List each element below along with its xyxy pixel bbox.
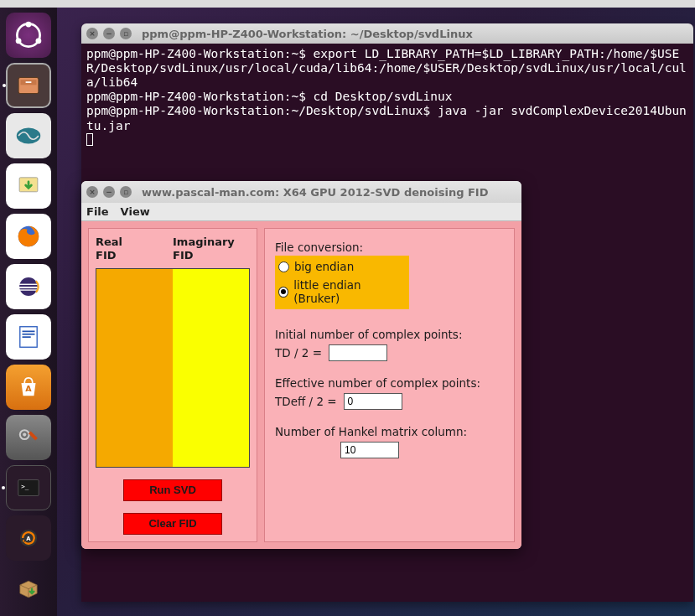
running-indicator [2,486,5,489]
maximize-icon[interactable]: ▫ [120,186,132,198]
real-fid-header: Real FID [96,236,173,263]
hankel-label: Number of Hankel matrix column: [275,425,504,438]
minimize-icon[interactable]: − [103,186,115,198]
svg-text:A: A [26,536,31,542]
big-endian-label: big endian [294,260,354,273]
svg-rect-12 [19,287,38,288]
initial-points-label: Initial number of complex points: [275,328,504,341]
radio-icon [278,261,289,272]
tdeff-label: TDeff / 2 = [275,395,337,408]
app-titlebar[interactable]: × − ▫ www.pascal-man.com: X64 GPU 2012-S… [81,181,521,203]
svg-point-3 [36,38,42,44]
launcher-firefox[interactable] [6,214,51,259]
close-icon[interactable]: × [86,28,98,39]
effective-points-row: Effective number of complex points: TDef… [275,376,504,410]
fid-display [96,268,250,468]
download-folder-icon [14,172,43,200]
little-endian-label: little endian (Bruker) [293,278,402,305]
launcher-software-updater[interactable]: A [6,515,51,561]
ubuntu-icon [14,21,43,49]
package-download-icon [14,574,43,603]
svg-text:>_: >_ [21,483,29,490]
svg-text:A: A [25,384,32,393]
running-indicator [3,84,6,87]
td-label: TD / 2 = [275,346,322,360]
clear-fid-button[interactable]: Clear FID [123,513,222,535]
hankel-row: Number of Hankel matrix column: [275,425,504,458]
svg-rect-6 [26,81,32,83]
svg-rect-11 [19,284,38,285]
app-menubar: File View [81,203,521,221]
file-conversion-label: File conversion: [275,241,504,254]
terminal-text: ppm@ppm-HP-Z400-Workstation:~$ export LD… [86,47,687,132]
shopping-bag-icon: A [14,373,43,401]
terminal-cursor [86,133,93,146]
launcher-terminal[interactable]: >_ [6,465,51,510]
fid-headers: Real FID Imaginary FID [96,236,250,263]
launcher-files[interactable] [6,63,51,108]
launcher-ubuntu-dash[interactable] [6,13,51,58]
updater-icon: A [14,524,43,552]
svg-point-1 [26,22,32,28]
menu-view[interactable]: View [121,205,150,218]
gear-wrench-icon [14,423,43,452]
launcher-software-center[interactable]: A [6,365,51,410]
launcher-data-visualizer[interactable] [6,113,51,158]
desktop-topbar [0,0,695,8]
little-endian-radio[interactable]: little endian (Bruker) [275,276,409,308]
app-title: www.pascal-man.com: X64 GPU 2012-SVD den… [142,186,489,199]
terminal-icon: >_ [14,474,43,502]
svg-rect-17 [23,336,31,338]
svg-rect-13 [19,289,38,290]
launcher-package[interactable] [6,566,51,611]
parameters-panel: File conversion: big endian little endia… [264,228,515,542]
radio-icon [278,287,288,298]
endian-radio-group: big endian little endian (Bruker) [275,256,409,309]
imaginary-fid-header: Imaginary FID [173,236,250,263]
unity-launcher: A >_ A [0,8,57,616]
svg-point-2 [16,38,22,44]
big-endian-radio[interactable]: big endian [275,257,409,276]
eclipse-icon [14,272,43,301]
initial-points-row: Initial number of complex points: TD / 2… [275,328,504,361]
td-input[interactable] [329,344,387,361]
tdeff-input[interactable] [344,393,402,410]
file-drawer-icon [14,71,43,100]
fid-panel: Real FID Imaginary FID Run SVD Clear FID [88,228,257,542]
svg-rect-15 [23,331,35,333]
launcher-downloads[interactable] [6,163,51,209]
launcher-libreoffice-writer[interactable] [6,314,51,360]
menu-file[interactable]: File [86,205,109,218]
effective-points-label: Effective number of complex points: [275,376,504,390]
minimize-icon[interactable]: − [103,28,115,39]
firefox-icon [14,222,43,251]
terminal-titlebar[interactable]: × − ▫ ppm@ppm-HP-Z400-Workstation: ~/Des… [81,23,693,44]
hankel-input[interactable] [340,442,399,458]
run-svd-button[interactable]: Run SVD [123,479,222,501]
close-icon[interactable]: × [86,186,98,198]
svd-app-window: × − ▫ www.pascal-man.com: X64 GPU 2012-S… [81,181,521,549]
launcher-eclipse[interactable] [6,264,51,309]
svg-rect-16 [23,334,35,335]
imaginary-fid-area [173,269,249,467]
terminal-output[interactable]: ppm@ppm-HP-Z400-Workstation:~$ export LD… [81,44,693,153]
wave-icon [14,122,43,150]
real-fid-area [96,269,173,467]
svg-point-20 [23,433,26,437]
app-content: Real FID Imaginary FID Run SVD Clear FID… [81,221,521,549]
launcher-system-settings[interactable] [6,415,51,460]
maximize-icon[interactable]: ▫ [120,28,132,39]
document-icon [14,323,43,351]
terminal-title: ppm@ppm-HP-Z400-Workstation: ~/Desktop/s… [142,28,473,40]
